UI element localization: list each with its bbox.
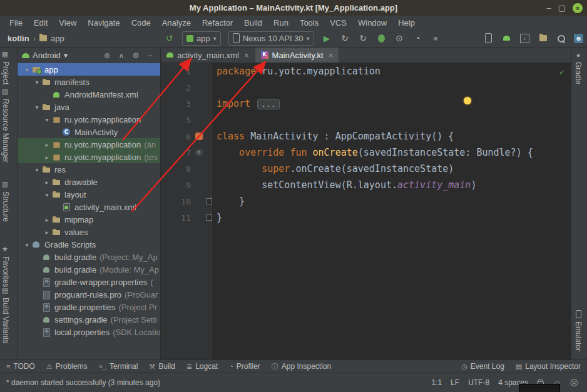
tool-button-logcat[interactable]: ≣Logcat [186,362,218,371]
breadcrumb-module[interactable]: kotlin [8,34,29,43]
tree-item-layout[interactable]: ▾ layout [18,188,160,201]
feedback-frown-icon[interactable]: ☹ [569,378,578,388]
tree-item-values[interactable]: ▸ values [18,226,160,238]
chevron-down-icon[interactable]: ▾ [64,51,68,60]
collapse-all-icon[interactable]: ∧ [116,51,127,60]
code-editor[interactable]: 1 package ru.yotc.myapplication 2 3 impo… [161,63,571,359]
tool-button-todo[interactable]: ≡TODO [6,362,35,371]
close-tab-icon[interactable]: × [244,51,249,60]
tree-item-mainactivity[interactable]: MainActivity [18,126,160,138]
menu-refactor[interactable]: Refactor [197,18,238,28]
apply-code-changes-icon[interactable]: ↻ [358,33,369,44]
code-line[interactable]: 5 [161,112,571,128]
fold-marker[interactable] [206,214,212,221]
inspections-status-icon[interactable]: ✓ [559,67,564,77]
tree-item-build-gradle-project[interactable]: build.gradle (Project: My_Ap [18,251,160,263]
menu-navigate[interactable]: Navigate [82,18,125,28]
chevron-icon[interactable]: ▾ [43,116,51,123]
menu-edit[interactable]: Edit [28,18,53,28]
tree-item-app[interactable]: ▾ app [18,63,160,76]
tree-item-local-properties[interactable]: local.properties (SDK Locatio [18,326,160,338]
tree-item-mipmap[interactable]: ▸ mipmap [18,213,160,226]
close-tab-icon[interactable]: × [329,51,334,60]
menu-code[interactable]: Code [126,18,156,28]
chevron-icon[interactable]: ▾ [43,191,51,198]
user-avatar[interactable]: ☻ [574,34,583,43]
menu-analyze[interactable]: Analyze [156,18,197,28]
sdk-manager-icon[interactable]: ↓ [519,33,530,44]
intention-bulb-icon[interactable] [464,97,471,104]
tree-item-build-gradle-module[interactable]: build.gradle (Module: My_Ap [18,263,160,276]
chevron-icon[interactable]: ▾ [33,104,41,111]
menu-window[interactable]: Window [352,18,392,28]
overrides-method-icon[interactable]: ↑ [195,149,203,156]
tool-button-favorites[interactable]: ★ Favorites [1,245,10,287]
run-configuration-select[interactable]: app ▾ [182,31,221,46]
close-button[interactable]: × [573,3,583,13]
menu-help[interactable]: Help [392,18,421,28]
chevron-icon[interactable]: ▸ [43,216,51,223]
breadcrumb-target[interactable]: app [51,34,64,43]
tree-item-settings-gradle[interactable]: settings.gradle (Project Setti [18,313,160,326]
avd-manager-icon[interactable] [501,33,512,44]
encoding-indicator[interactable]: UTF-8 [468,378,489,387]
code-line[interactable]: 10 } [161,193,571,209]
device-select[interactable]: Nexus 10 API 30 ▾ [228,31,314,46]
tree-item-gradle-scripts[interactable]: ▾ Gradle Scripts [18,238,160,251]
android-component-icon[interactable] [195,133,203,140]
tool-button-emulator[interactable]: Emulator [574,310,583,351]
tool-button-resource-manager[interactable]: ▧ Resource Manager [1,88,10,163]
tool-button-layout-inspector[interactable]: ▤Layout Inspector [516,362,581,371]
menu-run[interactable]: Run [268,18,294,28]
device-manager-icon[interactable] [483,33,494,44]
project-view-selector[interactable]: Android [33,51,61,60]
minimize-button[interactable]: – [546,4,551,13]
tool-button-profiler[interactable]: ◔Profiler [229,362,260,371]
code-line[interactable]: 1 package ru.yotc.myapplication [161,63,571,79]
tool-button-terminal[interactable]: >_Terminal [98,362,138,371]
menu-vcs[interactable]: VCS [324,18,352,28]
tree-item-androidmanifest[interactable]: AndroidManifest.xml [18,88,160,101]
tree-item-res[interactable]: ▾ res [18,163,160,176]
locate-file-icon[interactable]: ⊕ [101,51,113,60]
profiler-icon[interactable]: ◔ [412,33,423,44]
menu-view[interactable]: View [53,18,82,28]
chevron-icon[interactable]: ▾ [23,241,31,248]
run-button[interactable]: ▶ [322,33,332,44]
tool-button-app-inspection[interactable]: ⓘApp Inspection [272,362,331,371]
menu-file[interactable]: File [4,18,28,28]
chevron-icon[interactable]: ▾ [33,166,41,173]
tree-item-gradle-properties[interactable]: gradle.properties (Project Pr [18,301,160,313]
code-line[interactable]: 3 import ... [161,96,571,112]
tool-button-gradle[interactable]: ● Gradle [574,51,583,84]
chevron-icon[interactable]: ▸ [43,141,51,148]
tool-button-build-variants[interactable]: ▤ Build Variants [1,286,10,343]
debug-button[interactable] [376,33,387,44]
chevron-icon[interactable]: ▸ [43,229,51,236]
tree-item-package-main[interactable]: ▾ ru.yotc.myapplication [18,113,160,126]
maximize-button[interactable]: ▢ [558,4,566,13]
hide-panel-icon[interactable]: − [145,51,156,60]
fold-marker[interactable] [206,198,212,204]
code-line[interactable]: 6 class MainActivity : AppCompatActivity… [161,128,571,144]
tool-button-event-log[interactable]: ◷Event Log [461,362,504,371]
device-file-explorer-icon[interactable] [538,33,548,44]
line-ending-indicator[interactable]: LF [451,378,459,387]
tree-item-package-test[interactable]: ▸ ru.yotc.myapplication (tes [18,151,160,163]
tool-button-problems[interactable]: ⚠Problems [46,362,88,371]
search-everywhere-button[interactable] [556,33,566,44]
chevron-icon[interactable]: ▾ [33,79,41,86]
tool-button-structure[interactable]: ▥ Structure [1,180,10,222]
attach-debugger-icon[interactable]: ⊙ [394,33,405,44]
code-line[interactable]: 2 [161,79,571,96]
tree-item-manifests[interactable]: ▾ manifests [18,76,160,88]
chevron-icon[interactable]: ▾ [23,66,31,73]
code-line[interactable]: 7 ↑ override fun onCreate(savedInstanceS… [161,144,571,161]
tree-item-proguard-rules[interactable]: proguard-rules.pro (ProGuar [18,288,160,301]
menu-build[interactable]: Build [238,18,268,28]
tool-button-build[interactable]: ⚒Build [149,362,175,371]
sync-project-icon[interactable]: ↺ [164,33,175,44]
code-line[interactable]: 11 } [161,209,571,226]
code-line[interactable]: 8 super.onCreate(savedInstanceState) [161,161,571,177]
tool-button-project[interactable]: ▦ Project [1,50,10,84]
